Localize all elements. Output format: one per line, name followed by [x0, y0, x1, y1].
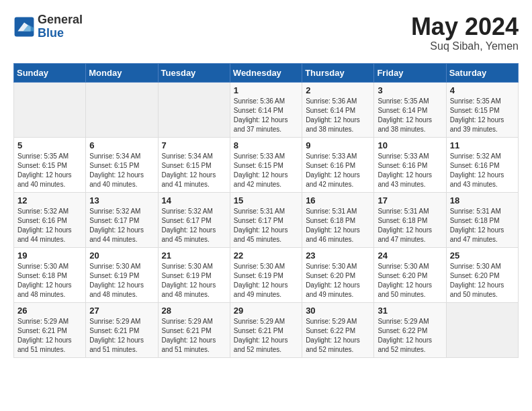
day-info: Sunrise: 5:30 AMSunset: 6:20 PMDaylight:…: [306, 262, 370, 300]
day-info: Sunrise: 5:30 AMSunset: 6:20 PMDaylight:…: [378, 262, 442, 300]
calendar-cell: 11Sunrise: 5:32 AMSunset: 6:16 PMDayligh…: [446, 137, 518, 192]
calendar-cell: 27Sunrise: 5:29 AMSunset: 6:21 PMDayligh…: [86, 302, 158, 357]
calendar-table: SundayMondayTuesdayWednesdayThursdayFrid…: [13, 63, 519, 358]
calendar-week-row: 5Sunrise: 5:35 AMSunset: 6:15 PMDaylight…: [14, 137, 519, 192]
day-number: 6: [89, 140, 154, 150]
day-number: 11: [450, 140, 515, 150]
day-info: Sunrise: 5:29 AMSunset: 6:21 PMDaylight:…: [89, 317, 154, 355]
calendar-cell: 29Sunrise: 5:29 AMSunset: 6:21 PMDayligh…: [230, 302, 302, 357]
day-number: 2: [306, 85, 370, 95]
day-number: 19: [17, 250, 82, 261]
day-info: Sunrise: 5:33 AMSunset: 6:16 PMDaylight:…: [306, 152, 370, 189]
calendar-cell: 7Sunrise: 5:34 AMSunset: 6:15 PMDaylight…: [158, 137, 230, 192]
calendar-cell: 10Sunrise: 5:33 AMSunset: 6:16 PMDayligh…: [374, 137, 446, 192]
day-info: Sunrise: 5:29 AMSunset: 6:21 PMDaylight:…: [162, 317, 226, 355]
page-header: General Blue May 2024 Suq Sibah, Yemen: [13, 13, 519, 52]
calendar-week-row: 12Sunrise: 5:32 AMSunset: 6:16 PMDayligh…: [14, 192, 519, 247]
day-number: 15: [234, 195, 298, 205]
logo-icon: [13, 16, 35, 38]
day-number: 14: [162, 195, 226, 205]
calendar-cell: 31Sunrise: 5:29 AMSunset: 6:22 PMDayligh…: [374, 302, 446, 357]
calendar-cell: [446, 302, 518, 357]
day-info: Sunrise: 5:29 AMSunset: 6:22 PMDaylight:…: [378, 317, 442, 355]
calendar-cell: 6Sunrise: 5:34 AMSunset: 6:15 PMDaylight…: [86, 137, 158, 192]
day-info: Sunrise: 5:30 AMSunset: 6:19 PMDaylight:…: [89, 262, 154, 300]
day-number: 28: [162, 306, 226, 316]
calendar-cell: [86, 82, 158, 137]
weekday-header-thursday: Thursday: [302, 63, 374, 82]
calendar-cell: 25Sunrise: 5:30 AMSunset: 6:20 PMDayligh…: [446, 247, 518, 302]
calendar-week-row: 1Sunrise: 5:36 AMSunset: 6:14 PMDaylight…: [14, 82, 519, 137]
day-info: Sunrise: 5:30 AMSunset: 6:18 PMDaylight:…: [17, 262, 82, 300]
day-info: Sunrise: 5:29 AMSunset: 6:21 PMDaylight:…: [17, 317, 82, 355]
calendar-cell: 16Sunrise: 5:31 AMSunset: 6:18 PMDayligh…: [302, 192, 374, 247]
day-number: 25: [450, 250, 515, 261]
calendar-cell: 2Sunrise: 5:36 AMSunset: 6:14 PMDaylight…: [302, 82, 374, 137]
calendar-cell: 17Sunrise: 5:31 AMSunset: 6:18 PMDayligh…: [374, 192, 446, 247]
day-info: Sunrise: 5:31 AMSunset: 6:18 PMDaylight:…: [306, 207, 370, 244]
day-number: 27: [89, 306, 154, 316]
weekday-header-row: SundayMondayTuesdayWednesdayThursdayFrid…: [14, 63, 519, 82]
day-info: Sunrise: 5:35 AMSunset: 6:15 PMDaylight:…: [17, 152, 82, 189]
day-info: Sunrise: 5:32 AMSunset: 6:16 PMDaylight:…: [17, 207, 82, 244]
calendar-cell: [158, 82, 230, 137]
day-number: 9: [306, 140, 370, 150]
day-number: 3: [378, 85, 442, 95]
day-info: Sunrise: 5:36 AMSunset: 6:14 PMDaylight:…: [234, 97, 298, 134]
calendar-cell: 13Sunrise: 5:32 AMSunset: 6:17 PMDayligh…: [86, 192, 158, 247]
day-number: 13: [89, 195, 154, 205]
day-number: 4: [450, 85, 515, 95]
calendar-cell: 20Sunrise: 5:30 AMSunset: 6:19 PMDayligh…: [86, 247, 158, 302]
day-info: Sunrise: 5:30 AMSunset: 6:20 PMDaylight:…: [450, 262, 515, 300]
calendar-cell: 30Sunrise: 5:29 AMSunset: 6:22 PMDayligh…: [302, 302, 374, 357]
day-info: Sunrise: 5:34 AMSunset: 6:15 PMDaylight:…: [89, 152, 154, 189]
day-number: 8: [234, 140, 298, 150]
day-info: Sunrise: 5:32 AMSunset: 6:17 PMDaylight:…: [162, 207, 226, 244]
calendar-cell: 14Sunrise: 5:32 AMSunset: 6:17 PMDayligh…: [158, 192, 230, 247]
calendar-header: SundayMondayTuesdayWednesdayThursdayFrid…: [14, 63, 519, 82]
day-number: 31: [378, 306, 442, 316]
calendar-body: 1Sunrise: 5:36 AMSunset: 6:14 PMDaylight…: [14, 82, 519, 357]
day-number: 30: [306, 306, 370, 316]
day-info: Sunrise: 5:33 AMSunset: 6:16 PMDaylight:…: [378, 152, 442, 189]
logo-text: General Blue: [38, 13, 83, 40]
calendar-cell: 28Sunrise: 5:29 AMSunset: 6:21 PMDayligh…: [158, 302, 230, 357]
logo-blue-text: Blue: [38, 27, 83, 40]
day-info: Sunrise: 5:33 AMSunset: 6:15 PMDaylight:…: [234, 152, 298, 189]
weekday-header-sunday: Sunday: [14, 63, 86, 82]
calendar-cell: 26Sunrise: 5:29 AMSunset: 6:21 PMDayligh…: [14, 302, 86, 357]
calendar-cell: 15Sunrise: 5:31 AMSunset: 6:17 PMDayligh…: [230, 192, 302, 247]
day-number: 22: [234, 250, 298, 261]
day-info: Sunrise: 5:31 AMSunset: 6:18 PMDaylight:…: [450, 207, 515, 244]
calendar-cell: 18Sunrise: 5:31 AMSunset: 6:18 PMDayligh…: [446, 192, 518, 247]
calendar-cell: 22Sunrise: 5:30 AMSunset: 6:19 PMDayligh…: [230, 247, 302, 302]
day-info: Sunrise: 5:32 AMSunset: 6:16 PMDaylight:…: [450, 152, 515, 189]
calendar-cell: 12Sunrise: 5:32 AMSunset: 6:16 PMDayligh…: [14, 192, 86, 247]
calendar-subtitle: Suq Sibah, Yemen: [411, 40, 519, 52]
day-number: 23: [306, 250, 370, 261]
day-info: Sunrise: 5:29 AMSunset: 6:22 PMDaylight:…: [306, 317, 370, 355]
day-info: Sunrise: 5:35 AMSunset: 6:15 PMDaylight:…: [450, 97, 515, 134]
day-info: Sunrise: 5:36 AMSunset: 6:14 PMDaylight:…: [306, 97, 370, 134]
day-number: 12: [17, 195, 82, 205]
day-number: 16: [306, 195, 370, 205]
day-number: 18: [450, 195, 515, 205]
calendar-cell: 4Sunrise: 5:35 AMSunset: 6:15 PMDaylight…: [446, 82, 518, 137]
day-number: 10: [378, 140, 442, 150]
calendar-cell: 24Sunrise: 5:30 AMSunset: 6:20 PMDayligh…: [374, 247, 446, 302]
day-number: 20: [89, 250, 154, 261]
calendar-week-row: 26Sunrise: 5:29 AMSunset: 6:21 PMDayligh…: [14, 302, 519, 357]
day-number: 7: [162, 140, 226, 150]
calendar-cell: 1Sunrise: 5:36 AMSunset: 6:14 PMDaylight…: [230, 82, 302, 137]
day-info: Sunrise: 5:34 AMSunset: 6:15 PMDaylight:…: [162, 152, 226, 189]
day-info: Sunrise: 5:30 AMSunset: 6:19 PMDaylight:…: [162, 262, 226, 300]
day-info: Sunrise: 5:35 AMSunset: 6:14 PMDaylight:…: [378, 97, 442, 134]
day-info: Sunrise: 5:31 AMSunset: 6:18 PMDaylight:…: [378, 207, 442, 244]
logo-general-text: General: [38, 13, 83, 27]
calendar-title: May 2024: [411, 13, 519, 40]
calendar-cell: 3Sunrise: 5:35 AMSunset: 6:14 PMDaylight…: [374, 82, 446, 137]
calendar-cell: 5Sunrise: 5:35 AMSunset: 6:15 PMDaylight…: [14, 137, 86, 192]
logo: General Blue: [13, 13, 83, 40]
day-info: Sunrise: 5:29 AMSunset: 6:21 PMDaylight:…: [234, 317, 298, 355]
title-block: May 2024 Suq Sibah, Yemen: [411, 13, 519, 52]
